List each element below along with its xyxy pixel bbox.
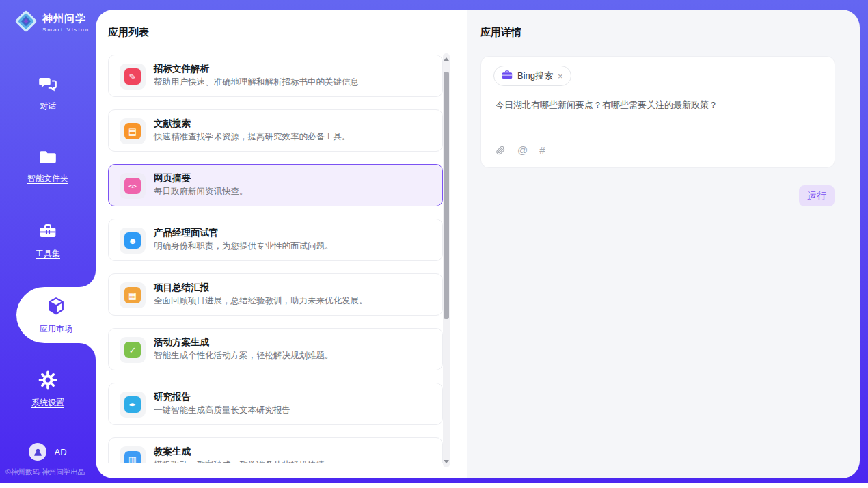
app-detail-panel: 应用详情 Bing搜索 × 今日湖北有哪些新闻要点？有哪些需要关注的最新政策？ — [467, 10, 860, 478]
scrollbar-thumb[interactable] — [444, 72, 449, 319]
app-card[interactable]: ✒ 研究报告 一键智能生成高质量长文本研究报告 — [108, 383, 443, 425]
app-card-desc: 每日政府新闻资讯快查。 — [154, 186, 248, 198]
app-card-desc: 明确身份和职责，为您提供专业性的面试问题。 — [154, 241, 334, 252]
attachment-icon[interactable] — [496, 145, 506, 156]
sidebar-item-toolset[interactable]: 工具集 — [0, 223, 96, 260]
diamond-logo-icon — [14, 9, 38, 36]
person-icon — [33, 447, 43, 457]
app-card[interactable]: ▤ 文献搜索 快速精准查找学术资源，提高研究效率的必备工具。 — [108, 109, 443, 152]
folder-icon — [38, 149, 57, 168]
app-list-scroll-area: ✎ 招标文件解析 帮助用户快速、准确地理解和解析招标书中的关键信息 ▤ 文献搜索… — [108, 55, 443, 463]
gear-icon — [38, 370, 57, 392]
app-icon-tile: ▥ — [120, 446, 146, 463]
document-edit-icon: ✎ — [124, 68, 141, 85]
tool-tag-bing-search[interactable]: Bing搜索 × — [493, 66, 571, 86]
app-icon-tile: ▤ — [120, 118, 146, 144]
avatar — [29, 443, 46, 461]
app-card-title: 项目总结汇报 — [154, 282, 209, 294]
sidebar-item-app-market[interactable]: 应用市场 — [16, 287, 96, 343]
browser-code-icon: </> — [124, 178, 141, 194]
brand-name: 神州问学 — [42, 12, 90, 25]
books-icon: ▥ — [124, 451, 141, 463]
pen-report-icon: ✒ — [124, 396, 141, 413]
hash-icon[interactable]: # — [539, 144, 545, 156]
cube-icon — [46, 296, 66, 319]
app-card-desc: 一键智能生成高质量长文本研究报告 — [154, 405, 290, 416]
sidebar-item-label: 系统设置 — [31, 397, 64, 409]
app-icon-tile: ✒ — [120, 392, 146, 418]
sidebar-item-label: 应用市场 — [40, 323, 72, 335]
clipboard-check-icon: ✓ — [124, 342, 141, 358]
app-card-desc: 帮助用户快速、准确地理解和解析招标书中的关键信息 — [154, 77, 359, 88]
tool-tag-label: Bing搜索 — [517, 70, 553, 82]
scroll-down-arrow-icon[interactable] — [444, 460, 449, 463]
app-card[interactable]: ▥ 教案生成 模板驱动，教案秒成，教学准备从此轻松快捷 — [108, 437, 443, 463]
brand-logo: 神州问学 Smart Vision — [14, 9, 90, 36]
chat-icon — [38, 75, 57, 96]
tag-close-icon[interactable]: × — [558, 72, 563, 81]
sidebar-active-notch — [79, 271, 96, 287]
app-list-title: 应用列表 — [108, 26, 149, 39]
app-detail-title: 应用详情 — [480, 26, 521, 39]
app-card-title: 招标文件解析 — [154, 63, 209, 75]
briefcase-icon — [38, 223, 57, 243]
app-card-desc: 快速精准查找学术资源，提高研究效率的必备工具。 — [154, 131, 351, 143]
sidebar-item-smart-folder[interactable]: 智能文件夹 — [0, 149, 96, 185]
user-profile[interactable]: AD — [0, 443, 96, 461]
book-icon: ▤ — [124, 123, 141, 139]
app-card[interactable]: ▦ 项目总结汇报 全面回顾项目进展，总结经验教训，助力未来优化发展。 — [108, 273, 443, 316]
copyright-text: ©神州数码·神州问学出品 — [5, 467, 85, 477]
interviewer-icon: ☻ — [124, 232, 141, 249]
app-icon-tile: ▦ — [120, 282, 146, 308]
user-initials: AD — [54, 447, 66, 457]
briefcase-icon — [502, 70, 513, 83]
app-card-title: 教案生成 — [154, 446, 191, 458]
run-button[interactable]: 运行 — [799, 185, 835, 206]
scroll-up-arrow-icon[interactable] — [444, 57, 449, 61]
sidebar-item-system-settings[interactable]: 系统设置 — [0, 370, 96, 409]
list-scrollbar[interactable] — [443, 53, 450, 467]
prompt-text[interactable]: 今日湖北有哪些新闻要点？有哪些需要关注的最新政策？ — [496, 99, 821, 111]
sidebar-item-label: 智能文件夹 — [27, 173, 68, 185]
app-icon-tile: ☻ — [120, 228, 146, 254]
app-card-title: 产品经理面试官 — [154, 227, 219, 239]
brand-subtitle: Smart Vision — [42, 27, 90, 33]
sidebar-item-chat[interactable]: 对话 — [0, 75, 96, 112]
mention-icon[interactable]: @ — [517, 144, 528, 156]
sidebar-item-label: 工具集 — [36, 248, 60, 260]
note-icon: ▦ — [124, 287, 141, 303]
app-card-title: 网页摘要 — [154, 172, 191, 185]
app-card-desc: 智能生成个性化活动方案，轻松解决规划难题。 — [154, 350, 334, 362]
app-card-desc: 全面回顾项目进展，总结经验教训，助力未来优化发展。 — [154, 295, 368, 307]
app-card-title: 文献搜索 — [154, 118, 191, 130]
sidebar-item-label: 对话 — [40, 100, 56, 112]
app-icon-tile: ✓ — [120, 337, 146, 363]
app-card-title: 研究报告 — [154, 391, 191, 403]
app-list-panel: 应用列表 ✎ 招标文件解析 帮助用户快速、准确地理解和解析招标书中的关键信息 ▤… — [96, 10, 467, 478]
prompt-card[interactable]: Bing搜索 × 今日湖北有哪些新闻要点？有哪些需要关注的最新政策？ @ # — [480, 56, 835, 168]
app-icon-tile: </> — [120, 173, 146, 199]
app-card[interactable]: ☻ 产品经理面试官 明确身份和职责，为您提供专业性的面试问题。 — [108, 219, 443, 261]
app-card[interactable]: ✎ 招标文件解析 帮助用户快速、准确地理解和解析招标书中的关键信息 — [108, 55, 443, 97]
app-card[interactable]: ✓ 活动方案生成 智能生成个性化活动方案，轻松解决规划难题。 — [108, 328, 443, 370]
app-icon-tile: ✎ — [120, 64, 146, 90]
app-card[interactable]: </> 网页摘要 每日政府新闻资讯快查。 — [108, 164, 443, 206]
app-card-title: 活动方案生成 — [154, 336, 209, 349]
app-card-desc: 模板驱动，教案秒成，教学准备从此轻松快捷 — [154, 459, 325, 463]
sidebar: 神州问学 Smart Vision 对话 智能文件夹 — [0, 0, 96, 483]
app-window: 神州问学 Smart Vision 对话 智能文件夹 — [0, 0, 868, 483]
sidebar-active-notch — [79, 343, 96, 360]
